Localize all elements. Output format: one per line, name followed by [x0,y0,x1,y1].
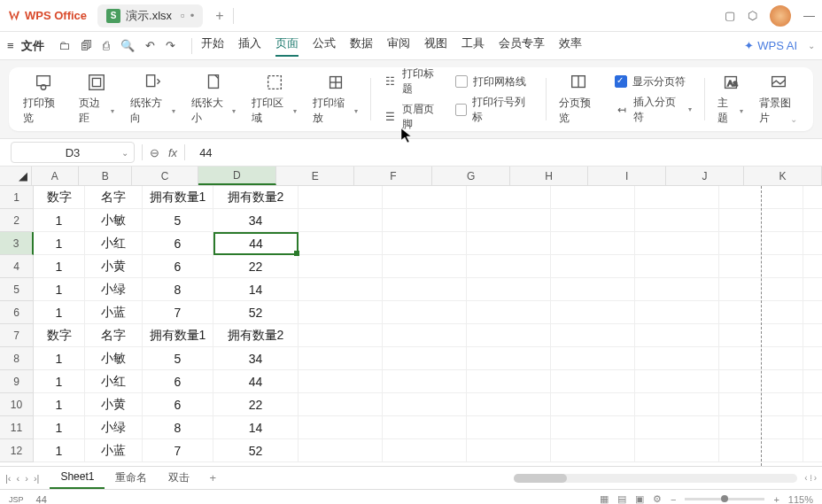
cell[interactable]: 6 [143,370,213,393]
zoom-out-icon[interactable]: − [671,494,676,505]
scroll-right-icon[interactable]: › [814,473,817,483]
print-area-button[interactable]: 打印区域▾ [252,73,297,126]
cell[interactable] [299,416,383,439]
cell[interactable]: 小敏 [85,347,143,370]
orientation-button[interactable]: 纸张方向▾ [130,73,175,126]
minimize-icon[interactable]: — [803,9,815,22]
row-header[interactable]: 10 [0,393,34,416]
cell[interactable] [803,439,822,462]
cell[interactable] [467,209,551,232]
column-header[interactable]: E [276,167,354,185]
cell[interactable] [635,370,719,393]
window-layout-icon[interactable]: ▢ [725,9,735,22]
column-header[interactable]: B [79,167,132,185]
cell[interactable] [803,278,822,301]
cell[interactable]: 7 [143,439,213,462]
cell[interactable] [551,278,635,301]
column-header[interactable]: H [510,167,588,185]
cell[interactable] [635,232,719,255]
cell[interactable]: 小绿 [85,416,143,439]
cell[interactable] [803,232,822,255]
column-header[interactable]: J [666,167,744,185]
cell[interactable] [551,347,635,370]
sheet-tab[interactable]: 双击 [158,467,200,489]
menu-file[interactable]: 文件 [21,38,44,54]
column-header[interactable]: A [32,167,80,185]
cell[interactable] [551,324,635,347]
column-header[interactable]: K [744,167,822,185]
cell[interactable] [299,278,383,301]
row-header[interactable]: 5 [0,278,34,301]
cell[interactable]: 34 [213,347,299,370]
menu-item-6[interactable]: 视图 [424,35,447,57]
cell[interactable]: 名字 [85,324,143,347]
cell[interactable] [467,439,551,462]
cell[interactable]: 小绿 [85,278,143,301]
cell[interactable] [551,439,635,462]
cell[interactable] [635,439,719,462]
cell[interactable]: 拥有数量2 [213,324,299,347]
cell[interactable] [299,255,383,278]
cell[interactable] [467,301,551,324]
cell[interactable] [467,278,551,301]
cell[interactable]: 小蓝 [85,439,143,462]
column-header[interactable]: I [588,167,666,185]
cell[interactable]: 小黄 [85,393,143,416]
column-header[interactable]: F [354,167,432,185]
cell[interactable] [383,439,467,462]
menu-item-3[interactable]: 公式 [313,35,336,57]
cell[interactable] [635,301,719,324]
cell[interactable] [803,209,822,232]
undo-icon[interactable]: ↶ [145,39,155,52]
menu-item-7[interactable]: 工具 [461,35,485,57]
cell[interactable]: 拥有数量2 [213,186,299,209]
cell[interactable]: 1 [34,209,85,232]
row-header[interactable]: 9 [0,370,34,393]
cell[interactable] [467,347,551,370]
cell[interactable] [383,324,467,347]
cell[interactable] [383,186,467,209]
sheet-nav-first-icon[interactable]: |‹ [5,473,12,484]
cell[interactable]: 1 [34,255,85,278]
cell[interactable] [635,324,719,347]
print-preview-button[interactable]: 打印预览 [23,73,63,126]
formula-input[interactable]: 44 [192,146,811,159]
cell[interactable] [467,186,551,209]
cell[interactable]: 6 [143,255,213,278]
spreadsheet-grid[interactable]: ◢ ABCDEFGHIJK 123456789101112 数字名字拥有数量1拥… [0,167,822,466]
cell[interactable]: 小红 [85,232,143,255]
cell[interactable] [299,439,383,462]
cell[interactable] [299,370,383,393]
cell[interactable] [551,393,635,416]
row-header[interactable]: 8 [0,347,34,370]
fx-icon[interactable]: fx [168,146,177,159]
print-scale-button[interactable]: 打印缩放▾ [313,73,358,126]
cell[interactable]: 52 [213,439,299,462]
cell[interactable]: 14 [213,416,299,439]
cell[interactable]: 1 [34,393,85,416]
cell[interactable]: 14 [213,278,299,301]
cell[interactable]: 44 [213,232,299,255]
cell[interactable] [635,393,719,416]
cell[interactable] [467,324,551,347]
cell[interactable] [803,255,822,278]
cell[interactable] [383,209,467,232]
zoom-slider[interactable] [685,498,764,500]
menu-item-2[interactable]: 页面 [275,35,299,57]
cell[interactable]: 1 [34,439,85,462]
cell[interactable] [803,370,822,393]
tab-close-icon[interactable]: • [190,9,195,22]
menu-item-8[interactable]: 会员专享 [499,35,545,57]
cell[interactable] [635,255,719,278]
cell[interactable]: 8 [143,278,213,301]
page-preview-button[interactable]: 分页预览 [559,73,600,126]
cell[interactable] [467,416,551,439]
chevron-down-icon[interactable]: ⌄ [808,41,815,50]
view-normal-icon[interactable]: ▦ [600,493,609,504]
hamburger-icon[interactable]: ≡ [7,39,14,52]
cell[interactable] [299,209,383,232]
cell[interactable]: 1 [34,347,85,370]
scroll-right-menu-icon[interactable]: ⁞ [810,473,812,483]
cell[interactable]: 22 [213,255,299,278]
sheet-tab[interactable]: 重命名 [105,467,158,489]
